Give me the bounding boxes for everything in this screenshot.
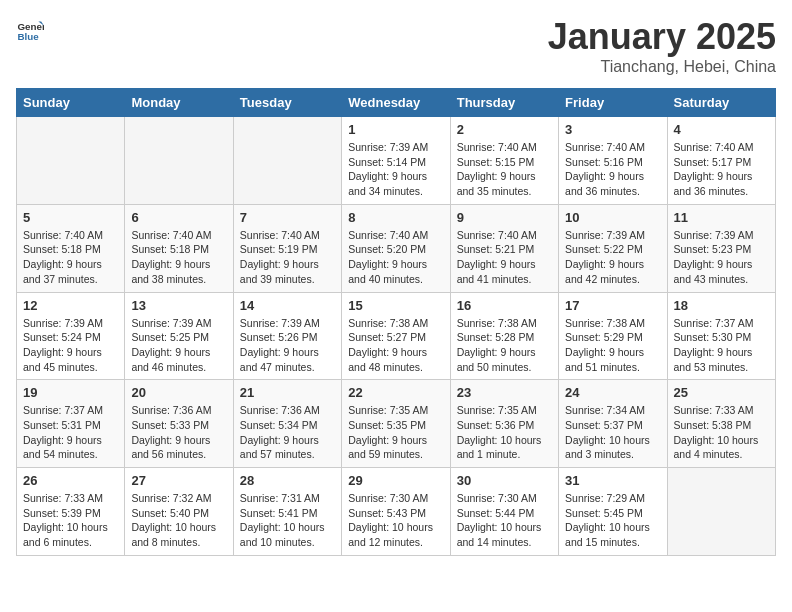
day-number: 24 (565, 385, 660, 400)
calendar-cell: 8Sunrise: 7:40 AM Sunset: 5:20 PM Daylig… (342, 204, 450, 292)
day-of-week-header: Sunday (17, 89, 125, 117)
day-info: Sunrise: 7:38 AM Sunset: 5:27 PM Dayligh… (348, 316, 443, 375)
day-info: Sunrise: 7:32 AM Sunset: 5:40 PM Dayligh… (131, 491, 226, 550)
calendar-cell: 30Sunrise: 7:30 AM Sunset: 5:44 PM Dayli… (450, 468, 558, 556)
calendar-cell (17, 117, 125, 205)
day-info: Sunrise: 7:36 AM Sunset: 5:34 PM Dayligh… (240, 403, 335, 462)
day-of-week-header: Tuesday (233, 89, 341, 117)
day-info: Sunrise: 7:39 AM Sunset: 5:14 PM Dayligh… (348, 140, 443, 199)
day-of-week-header: Wednesday (342, 89, 450, 117)
day-number: 8 (348, 210, 443, 225)
day-number: 9 (457, 210, 552, 225)
calendar-cell: 26Sunrise: 7:33 AM Sunset: 5:39 PM Dayli… (17, 468, 125, 556)
calendar-table: SundayMondayTuesdayWednesdayThursdayFrid… (16, 88, 776, 556)
calendar-cell: 12Sunrise: 7:39 AM Sunset: 5:24 PM Dayli… (17, 292, 125, 380)
calendar-cell (233, 117, 341, 205)
day-number: 5 (23, 210, 118, 225)
day-number: 18 (674, 298, 769, 313)
day-info: Sunrise: 7:39 AM Sunset: 5:26 PM Dayligh… (240, 316, 335, 375)
logo-icon: General Blue (16, 16, 44, 44)
day-number: 3 (565, 122, 660, 137)
calendar-cell: 18Sunrise: 7:37 AM Sunset: 5:30 PM Dayli… (667, 292, 775, 380)
calendar-cell: 21Sunrise: 7:36 AM Sunset: 5:34 PM Dayli… (233, 380, 341, 468)
day-number: 4 (674, 122, 769, 137)
day-info: Sunrise: 7:38 AM Sunset: 5:28 PM Dayligh… (457, 316, 552, 375)
calendar-cell (125, 117, 233, 205)
calendar-cell: 31Sunrise: 7:29 AM Sunset: 5:45 PM Dayli… (559, 468, 667, 556)
calendar-cell: 29Sunrise: 7:30 AM Sunset: 5:43 PM Dayli… (342, 468, 450, 556)
day-number: 16 (457, 298, 552, 313)
calendar-week-row: 26Sunrise: 7:33 AM Sunset: 5:39 PM Dayli… (17, 468, 776, 556)
day-number: 23 (457, 385, 552, 400)
day-info: Sunrise: 7:40 AM Sunset: 5:16 PM Dayligh… (565, 140, 660, 199)
day-info: Sunrise: 7:30 AM Sunset: 5:43 PM Dayligh… (348, 491, 443, 550)
day-number: 22 (348, 385, 443, 400)
day-number: 14 (240, 298, 335, 313)
day-info: Sunrise: 7:37 AM Sunset: 5:31 PM Dayligh… (23, 403, 118, 462)
svg-text:Blue: Blue (17, 31, 39, 42)
day-number: 2 (457, 122, 552, 137)
calendar-cell: 2Sunrise: 7:40 AM Sunset: 5:15 PM Daylig… (450, 117, 558, 205)
calendar-cell: 13Sunrise: 7:39 AM Sunset: 5:25 PM Dayli… (125, 292, 233, 380)
day-of-week-header: Monday (125, 89, 233, 117)
calendar-cell: 25Sunrise: 7:33 AM Sunset: 5:38 PM Dayli… (667, 380, 775, 468)
day-number: 26 (23, 473, 118, 488)
day-info: Sunrise: 7:33 AM Sunset: 5:38 PM Dayligh… (674, 403, 769, 462)
logo: General Blue (16, 16, 44, 44)
day-info: Sunrise: 7:39 AM Sunset: 5:22 PM Dayligh… (565, 228, 660, 287)
day-number: 28 (240, 473, 335, 488)
day-info: Sunrise: 7:35 AM Sunset: 5:35 PM Dayligh… (348, 403, 443, 462)
calendar-cell: 15Sunrise: 7:38 AM Sunset: 5:27 PM Dayli… (342, 292, 450, 380)
calendar-cell: 10Sunrise: 7:39 AM Sunset: 5:22 PM Dayli… (559, 204, 667, 292)
calendar-title: January 2025 (548, 16, 776, 58)
day-info: Sunrise: 7:39 AM Sunset: 5:25 PM Dayligh… (131, 316, 226, 375)
day-info: Sunrise: 7:35 AM Sunset: 5:36 PM Dayligh… (457, 403, 552, 462)
calendar-cell: 24Sunrise: 7:34 AM Sunset: 5:37 PM Dayli… (559, 380, 667, 468)
calendar-cell: 4Sunrise: 7:40 AM Sunset: 5:17 PM Daylig… (667, 117, 775, 205)
calendar-cell: 5Sunrise: 7:40 AM Sunset: 5:18 PM Daylig… (17, 204, 125, 292)
calendar-week-row: 5Sunrise: 7:40 AM Sunset: 5:18 PM Daylig… (17, 204, 776, 292)
day-number: 10 (565, 210, 660, 225)
calendar-cell: 17Sunrise: 7:38 AM Sunset: 5:29 PM Dayli… (559, 292, 667, 380)
day-number: 7 (240, 210, 335, 225)
calendar-cell (667, 468, 775, 556)
calendar-cell: 20Sunrise: 7:36 AM Sunset: 5:33 PM Dayli… (125, 380, 233, 468)
day-number: 17 (565, 298, 660, 313)
day-info: Sunrise: 7:40 AM Sunset: 5:18 PM Dayligh… (131, 228, 226, 287)
calendar-cell: 3Sunrise: 7:40 AM Sunset: 5:16 PM Daylig… (559, 117, 667, 205)
day-info: Sunrise: 7:39 AM Sunset: 5:23 PM Dayligh… (674, 228, 769, 287)
day-number: 1 (348, 122, 443, 137)
day-info: Sunrise: 7:40 AM Sunset: 5:21 PM Dayligh… (457, 228, 552, 287)
calendar-header-row: SundayMondayTuesdayWednesdayThursdayFrid… (17, 89, 776, 117)
title-area: January 2025 Tianchang, Hebei, China (548, 16, 776, 76)
day-info: Sunrise: 7:40 AM Sunset: 5:15 PM Dayligh… (457, 140, 552, 199)
day-number: 21 (240, 385, 335, 400)
day-number: 20 (131, 385, 226, 400)
day-info: Sunrise: 7:40 AM Sunset: 5:17 PM Dayligh… (674, 140, 769, 199)
calendar-cell: 16Sunrise: 7:38 AM Sunset: 5:28 PM Dayli… (450, 292, 558, 380)
calendar-cell: 19Sunrise: 7:37 AM Sunset: 5:31 PM Dayli… (17, 380, 125, 468)
header: General Blue January 2025 Tianchang, Heb… (16, 16, 776, 76)
day-info: Sunrise: 7:40 AM Sunset: 5:20 PM Dayligh… (348, 228, 443, 287)
day-number: 12 (23, 298, 118, 313)
day-number: 29 (348, 473, 443, 488)
day-info: Sunrise: 7:40 AM Sunset: 5:18 PM Dayligh… (23, 228, 118, 287)
day-info: Sunrise: 7:33 AM Sunset: 5:39 PM Dayligh… (23, 491, 118, 550)
calendar-body: 1Sunrise: 7:39 AM Sunset: 5:14 PM Daylig… (17, 117, 776, 556)
calendar-week-row: 1Sunrise: 7:39 AM Sunset: 5:14 PM Daylig… (17, 117, 776, 205)
day-number: 11 (674, 210, 769, 225)
day-number: 13 (131, 298, 226, 313)
calendar-cell: 28Sunrise: 7:31 AM Sunset: 5:41 PM Dayli… (233, 468, 341, 556)
day-info: Sunrise: 7:36 AM Sunset: 5:33 PM Dayligh… (131, 403, 226, 462)
calendar-cell: 14Sunrise: 7:39 AM Sunset: 5:26 PM Dayli… (233, 292, 341, 380)
day-of-week-header: Friday (559, 89, 667, 117)
day-info: Sunrise: 7:29 AM Sunset: 5:45 PM Dayligh… (565, 491, 660, 550)
calendar-cell: 1Sunrise: 7:39 AM Sunset: 5:14 PM Daylig… (342, 117, 450, 205)
calendar-week-row: 19Sunrise: 7:37 AM Sunset: 5:31 PM Dayli… (17, 380, 776, 468)
calendar-subtitle: Tianchang, Hebei, China (548, 58, 776, 76)
calendar-cell: 9Sunrise: 7:40 AM Sunset: 5:21 PM Daylig… (450, 204, 558, 292)
day-of-week-header: Thursday (450, 89, 558, 117)
day-info: Sunrise: 7:34 AM Sunset: 5:37 PM Dayligh… (565, 403, 660, 462)
day-number: 25 (674, 385, 769, 400)
day-info: Sunrise: 7:38 AM Sunset: 5:29 PM Dayligh… (565, 316, 660, 375)
